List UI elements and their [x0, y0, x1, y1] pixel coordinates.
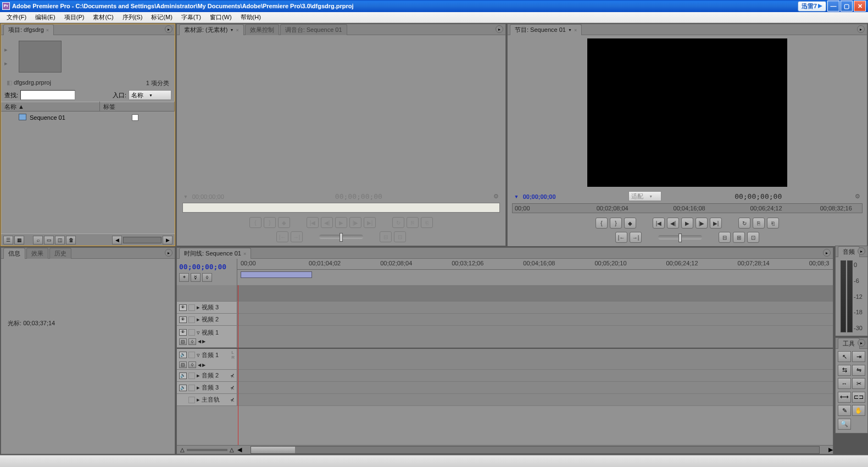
- ripple-edit-tool[interactable]: ⇆: [838, 365, 851, 376]
- trim-button[interactable]: ⊟: [719, 232, 731, 243]
- scroll-right-icon[interactable]: ▶: [163, 236, 173, 244]
- close-tab-icon[interactable]: ×: [243, 251, 246, 257]
- panel-menu-icon[interactable]: ▸: [165, 25, 173, 33]
- step-fwd-button[interactable]: |▶: [695, 218, 708, 229]
- menu-file[interactable]: 文件(F): [2, 12, 31, 23]
- pen-tool[interactable]: ✎: [838, 405, 851, 416]
- export-frame-button[interactable]: ⊡: [747, 232, 759, 243]
- list-item[interactable]: Sequence 01: [1, 112, 175, 124]
- goto-in-button[interactable]: |◀: [653, 218, 665, 229]
- scroll-right-icon[interactable]: ▶: [828, 446, 833, 453]
- list-view-button[interactable]: ☰: [3, 236, 13, 244]
- zoom-in-icon[interactable]: △: [230, 447, 234, 453]
- slide-tool[interactable]: ⊏⊐: [852, 392, 865, 403]
- source-tc-in[interactable]: ▾ 00;00;00;00: [183, 192, 224, 201]
- panel-menu-icon[interactable]: ▸: [496, 25, 503, 33]
- speaker-icon[interactable]: 🔊: [179, 352, 187, 358]
- new-bin-button[interactable]: ▭: [44, 236, 54, 244]
- minimize-button[interactable]: —: [827, 1, 839, 12]
- timeline-ruler[interactable]: 00;00 00;01;04;02 00;02;08;04 00;03;12;0…: [237, 259, 833, 270]
- panel-menu-icon[interactable]: ▸: [165, 249, 173, 257]
- track-master[interactable]: [237, 394, 833, 405]
- eye-icon[interactable]: 👁: [179, 304, 187, 311]
- panel-menu-icon[interactable]: ▸: [858, 339, 865, 347]
- find-button[interactable]: ⌕: [33, 236, 43, 244]
- effects-tab[interactable]: 效果: [26, 248, 48, 259]
- xunlei-badge[interactable]: 迅雷7: [798, 1, 826, 12]
- menu-clip[interactable]: 素材(C): [88, 12, 118, 23]
- gear-icon[interactable]: ⚙: [493, 193, 499, 200]
- audio-mixer-tab[interactable]: 调音台: Sequence 01: [280, 24, 347, 35]
- set-in-button[interactable]: {: [596, 218, 608, 229]
- h-scrollbar[interactable]: [123, 237, 162, 243]
- loop-button[interactable]: ↻: [738, 218, 750, 229]
- in-dropdown[interactable]: 名称: [129, 90, 171, 100]
- snap-button[interactable]: ⌖: [179, 273, 189, 282]
- program-tc-in[interactable]: ▾ 00;00;00;00: [514, 192, 556, 201]
- info-tab[interactable]: 信息: [3, 248, 25, 259]
- track-header-a2[interactable]: 🔊▸音频 2⊀: [177, 370, 237, 381]
- zoom-tool[interactable]: 🔍: [838, 419, 851, 430]
- track-v3[interactable]: [237, 302, 833, 313]
- marker-button[interactable]: ◆: [624, 218, 636, 229]
- sync-lock-button[interactable]: ☿: [191, 273, 201, 282]
- selection-tool[interactable]: ↖: [838, 351, 851, 362]
- play-thumb-icon[interactable]: ▸: [4, 46, 8, 53]
- goto-out-button[interactable]: ▶|: [710, 218, 722, 229]
- track-header-a3[interactable]: 🔊▸音频 3⊀: [177, 382, 237, 393]
- speaker-icon[interactable]: 🔊: [179, 385, 187, 391]
- track-header-v1[interactable]: 👁▿视频 1 ⊟◊◀ ▶: [177, 326, 237, 347]
- play-button[interactable]: ▶: [681, 218, 693, 229]
- source-tab[interactable]: 素材源: (无素材)▼×: [179, 24, 244, 35]
- lift-button[interactable]: ⎘: [753, 218, 765, 229]
- track-a2[interactable]: [237, 370, 833, 381]
- menu-marker[interactable]: 标记(M): [147, 12, 177, 23]
- eye-icon[interactable]: 👁: [179, 316, 187, 323]
- effect-controls-tab[interactable]: 效果控制: [245, 24, 279, 35]
- zoom-slider[interactable]: [187, 449, 227, 451]
- scroll-left-icon[interactable]: ◀: [112, 236, 122, 244]
- audio-tab[interactable]: 音频: [838, 246, 860, 257]
- find-input[interactable]: [20, 90, 75, 100]
- h-scrollbar[interactable]: [251, 446, 820, 454]
- close-tab-icon[interactable]: ×: [236, 27, 238, 33]
- track-header-v3[interactable]: 👁▸视频 3: [177, 302, 237, 313]
- menu-help[interactable]: 帮助(H): [236, 12, 265, 23]
- timeline-timecode[interactable]: 00;00;00;00: [179, 263, 235, 271]
- track-select-tool[interactable]: ⇥: [852, 351, 865, 362]
- panel-menu-icon[interactable]: ▸: [857, 25, 865, 33]
- track-v2[interactable]: [237, 314, 833, 325]
- panel-menu-icon[interactable]: ▸: [858, 247, 865, 255]
- panel-menu-icon[interactable]: ▸: [823, 249, 831, 257]
- multicam-button[interactable]: ⊞: [733, 232, 745, 243]
- rate-stretch-tool[interactable]: ↔: [838, 378, 851, 389]
- hand-tool[interactable]: ✋: [852, 405, 865, 416]
- delete-button[interactable]: 🗑: [66, 236, 76, 244]
- razor-tool[interactable]: ✂: [852, 378, 865, 389]
- menu-edit[interactable]: 编辑(E): [31, 12, 60, 23]
- work-area-bar[interactable]: [241, 271, 312, 278]
- eye-icon[interactable]: 👁: [179, 329, 187, 336]
- col-label[interactable]: 标签: [100, 102, 175, 112]
- close-tab-icon[interactable]: ×: [46, 27, 49, 33]
- zoom-dropdown[interactable]: 适配: [628, 191, 661, 201]
- source-scrub[interactable]: [182, 203, 500, 213]
- gear-icon[interactable]: ⚙: [855, 193, 860, 200]
- track-a3[interactable]: [237, 382, 833, 393]
- prev-edit-button[interactable]: |←: [615, 232, 627, 243]
- speaker-icon[interactable]: 🔊: [179, 373, 187, 379]
- rolling-edit-tool[interactable]: ⇋: [852, 365, 865, 376]
- track-a1[interactable]: [237, 349, 833, 369]
- track-v1[interactable]: [237, 326, 833, 347]
- project-tab[interactable]: 项目: dfgsdrg×: [3, 24, 54, 35]
- zoom-out-icon[interactable]: △: [180, 447, 185, 453]
- program-ruler[interactable]: 00;00 00;02;08;04 00;04;16;08 00;06;24;1…: [512, 203, 863, 213]
- stop-thumb-icon[interactable]: ▸: [4, 60, 8, 67]
- next-edit-button[interactable]: →|: [630, 232, 642, 243]
- col-name[interactable]: 名称 ▲: [1, 102, 100, 112]
- playhead[interactable]: [238, 285, 238, 445]
- icon-view-button[interactable]: ▦: [14, 236, 24, 244]
- close-tab-icon[interactable]: ×: [574, 27, 577, 33]
- extract-button[interactable]: ⎗: [767, 218, 779, 229]
- program-tab[interactable]: 节目: Sequence 01▼×: [510, 24, 582, 35]
